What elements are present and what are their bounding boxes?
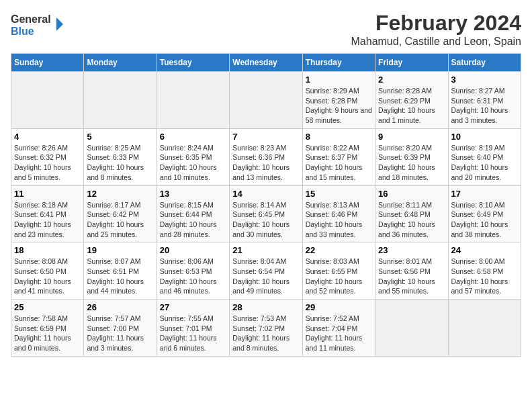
calendar-cell: 13Sunrise: 8:15 AM Sunset: 6:44 PM Dayli… (157, 185, 229, 242)
day-info: Sunrise: 8:07 AM Sunset: 6:51 PM Dayligh… (87, 257, 153, 296)
calendar-header: SundayMondayTuesdayWednesdayThursdayFrid… (11, 54, 521, 72)
calendar-cell: 20Sunrise: 8:06 AM Sunset: 6:53 PM Dayli… (157, 242, 229, 300)
calendar-cell (157, 72, 229, 129)
calendar-cell: 6Sunrise: 8:24 AM Sunset: 6:35 PM Daylig… (157, 128, 229, 185)
day-number: 8 (306, 132, 372, 142)
day-number: 26 (87, 302, 153, 312)
calendar-cell (11, 72, 84, 129)
day-info: Sunrise: 7:58 AM Sunset: 6:59 PM Dayligh… (14, 314, 81, 353)
logo-icon: GeneralBlue (11, 11, 64, 38)
day-number: 1 (306, 75, 372, 85)
day-info: Sunrise: 8:23 AM Sunset: 6:36 PM Dayligh… (232, 143, 299, 183)
day-number: 6 (160, 132, 226, 142)
calendar-week-3: 18Sunrise: 8:08 AM Sunset: 6:50 PM Dayli… (11, 242, 521, 300)
day-info: Sunrise: 8:18 AM Sunset: 6:41 PM Dayligh… (14, 200, 81, 240)
calendar-cell: 10Sunrise: 8:19 AM Sunset: 6:40 PM Dayli… (448, 128, 521, 185)
day-number: 3 (451, 75, 518, 85)
calendar-cell: 12Sunrise: 8:17 AM Sunset: 6:42 PM Dayli… (84, 185, 157, 242)
calendar-cell: 24Sunrise: 8:00 AM Sunset: 6:58 PM Dayli… (448, 242, 521, 300)
calendar-cell: 17Sunrise: 8:10 AM Sunset: 6:49 PM Dayli… (448, 185, 521, 242)
calendar-cell: 21Sunrise: 8:04 AM Sunset: 6:54 PM Dayli… (230, 242, 302, 300)
day-info: Sunrise: 8:03 AM Sunset: 6:55 PM Dayligh… (306, 257, 372, 296)
day-info: Sunrise: 7:55 AM Sunset: 7:01 PM Dayligh… (160, 314, 226, 353)
day-info: Sunrise: 8:17 AM Sunset: 6:42 PM Dayligh… (87, 200, 153, 240)
calendar-cell: 23Sunrise: 8:01 AM Sunset: 6:56 PM Dayli… (375, 242, 448, 300)
day-number: 29 (306, 302, 372, 312)
page-subtitle: Mahamud, Castille and Leon, Spain (351, 36, 522, 48)
calendar-cell: 5Sunrise: 8:25 AM Sunset: 6:33 PM Daylig… (84, 128, 157, 185)
calendar-cell: 7Sunrise: 8:23 AM Sunset: 6:36 PM Daylig… (230, 128, 302, 185)
day-number: 24 (451, 245, 518, 255)
day-info: Sunrise: 8:06 AM Sunset: 6:53 PM Dayligh… (160, 257, 226, 296)
calendar-cell: 25Sunrise: 7:58 AM Sunset: 6:59 PM Dayli… (11, 300, 84, 357)
day-number: 25 (14, 302, 81, 312)
day-number: 22 (306, 245, 372, 255)
day-info: Sunrise: 8:20 AM Sunset: 6:39 PM Dayligh… (378, 143, 445, 183)
calendar-cell: 15Sunrise: 8:13 AM Sunset: 6:46 PM Dayli… (302, 185, 375, 242)
svg-marker-2 (56, 17, 63, 31)
page-title: February 2024 (351, 11, 522, 36)
day-number: 19 (87, 245, 153, 255)
calendar-week-1: 4Sunrise: 8:26 AM Sunset: 6:32 PM Daylig… (11, 128, 521, 185)
day-info: Sunrise: 8:14 AM Sunset: 6:45 PM Dayligh… (232, 200, 299, 240)
page-header: GeneralBlue February 2024 Mahamud, Casti… (11, 11, 521, 48)
calendar-cell: 9Sunrise: 8:20 AM Sunset: 6:39 PM Daylig… (375, 128, 448, 185)
day-number: 7 (232, 132, 299, 142)
calendar-cell (230, 72, 302, 129)
day-info: Sunrise: 8:01 AM Sunset: 6:56 PM Dayligh… (378, 257, 445, 296)
day-number: 28 (232, 302, 299, 312)
calendar-cell: 14Sunrise: 8:14 AM Sunset: 6:45 PM Dayli… (230, 185, 302, 242)
day-number: 9 (378, 132, 445, 142)
day-number: 13 (160, 189, 226, 199)
day-info: Sunrise: 8:19 AM Sunset: 6:40 PM Dayligh… (451, 143, 518, 183)
day-number: 5 (87, 132, 153, 142)
day-info: Sunrise: 8:08 AM Sunset: 6:50 PM Dayligh… (14, 257, 81, 296)
calendar-cell (448, 300, 521, 357)
day-number: 15 (306, 189, 372, 199)
svg-text:General: General (11, 13, 51, 25)
header-cell-monday: Monday (84, 54, 157, 72)
calendar-cell: 3Sunrise: 8:27 AM Sunset: 6:31 PM Daylig… (448, 72, 521, 129)
day-info: Sunrise: 8:11 AM Sunset: 6:48 PM Dayligh… (378, 200, 445, 240)
header-cell-friday: Friday (375, 54, 448, 72)
day-info: Sunrise: 8:10 AM Sunset: 6:49 PM Dayligh… (451, 200, 518, 240)
day-number: 2 (378, 75, 445, 85)
day-number: 23 (378, 245, 445, 255)
day-info: Sunrise: 8:22 AM Sunset: 6:37 PM Dayligh… (306, 143, 372, 183)
calendar-cell: 29Sunrise: 7:52 AM Sunset: 7:04 PM Dayli… (302, 300, 375, 357)
calendar-cell: 4Sunrise: 8:26 AM Sunset: 6:32 PM Daylig… (11, 128, 84, 185)
day-info: Sunrise: 7:53 AM Sunset: 7:02 PM Dayligh… (232, 314, 299, 353)
calendar-week-0: 1Sunrise: 8:29 AM Sunset: 6:28 PM Daylig… (11, 72, 521, 129)
calendar-cell: 26Sunrise: 7:57 AM Sunset: 7:00 PM Dayli… (84, 300, 157, 357)
header-cell-wednesday: Wednesday (230, 54, 302, 72)
calendar-cell: 2Sunrise: 8:28 AM Sunset: 6:29 PM Daylig… (375, 72, 448, 129)
day-number: 21 (232, 245, 299, 255)
day-number: 18 (14, 245, 81, 255)
day-number: 12 (87, 189, 153, 199)
calendar-cell: 16Sunrise: 8:11 AM Sunset: 6:48 PM Dayli… (375, 185, 448, 242)
calendar-week-4: 25Sunrise: 7:58 AM Sunset: 6:59 PM Dayli… (11, 300, 521, 357)
day-number: 20 (160, 245, 226, 255)
title-block: February 2024 Mahamud, Castille and Leon… (351, 11, 522, 48)
calendar-cell: 8Sunrise: 8:22 AM Sunset: 6:37 PM Daylig… (302, 128, 375, 185)
day-info: Sunrise: 7:52 AM Sunset: 7:04 PM Dayligh… (306, 314, 372, 353)
day-info: Sunrise: 8:29 AM Sunset: 6:28 PM Dayligh… (306, 86, 372, 126)
calendar-cell: 27Sunrise: 7:55 AM Sunset: 7:01 PM Dayli… (157, 300, 229, 357)
day-number: 10 (451, 132, 518, 142)
day-info: Sunrise: 8:25 AM Sunset: 6:33 PM Dayligh… (87, 143, 153, 183)
day-info: Sunrise: 8:00 AM Sunset: 6:58 PM Dayligh… (451, 257, 518, 296)
calendar-table: SundayMondayTuesdayWednesdayThursdayFrid… (11, 53, 521, 357)
day-info: Sunrise: 8:13 AM Sunset: 6:46 PM Dayligh… (306, 200, 372, 240)
logo: GeneralBlue (11, 11, 64, 38)
svg-text:Blue: Blue (11, 26, 34, 37)
calendar-cell: 22Sunrise: 8:03 AM Sunset: 6:55 PM Dayli… (302, 242, 375, 300)
day-info: Sunrise: 8:04 AM Sunset: 6:54 PM Dayligh… (232, 257, 299, 296)
header-cell-tuesday: Tuesday (157, 54, 229, 72)
calendar-cell: 28Sunrise: 7:53 AM Sunset: 7:02 PM Dayli… (230, 300, 302, 357)
calendar-cell: 18Sunrise: 8:08 AM Sunset: 6:50 PM Dayli… (11, 242, 84, 300)
day-info: Sunrise: 8:15 AM Sunset: 6:44 PM Dayligh… (160, 200, 226, 240)
calendar-cell (84, 72, 157, 129)
day-info: Sunrise: 8:24 AM Sunset: 6:35 PM Dayligh… (160, 143, 226, 183)
calendar-week-2: 11Sunrise: 8:18 AM Sunset: 6:41 PM Dayli… (11, 185, 521, 242)
day-number: 11 (14, 189, 81, 199)
